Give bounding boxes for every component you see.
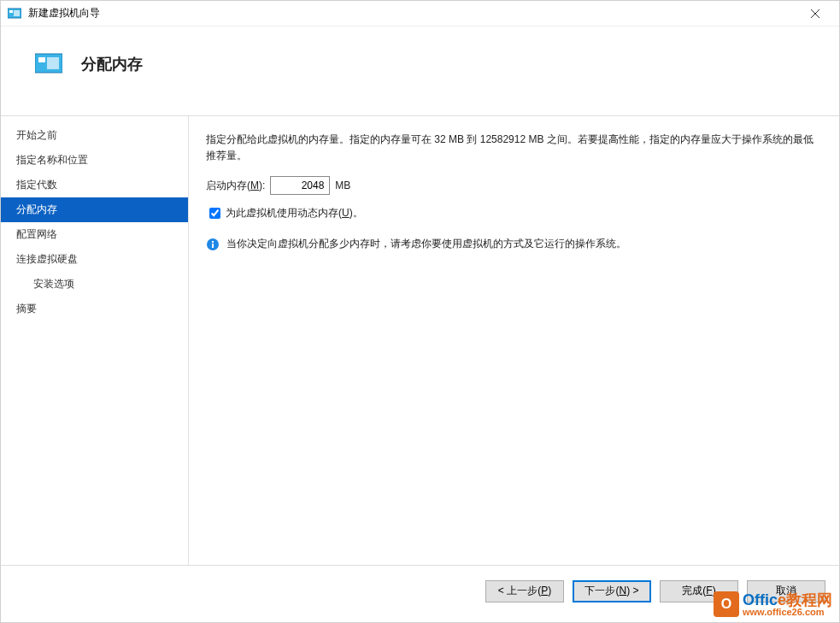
memory-unit: MB [335, 178, 350, 194]
hyper-v-icon [8, 7, 21, 21]
info-icon [206, 238, 220, 251]
watermark-icon: O [714, 591, 739, 617]
svg-rect-7 [47, 57, 59, 69]
dynamic-memory-checkbox[interactable] [209, 208, 220, 219]
memory-description: 指定分配给此虚拟机的内存量。指定的内存量可在 32 MB 到 12582912 … [206, 132, 817, 164]
wizard-steps-sidebar: 开始之前指定名称和位置指定代数分配内存配置网络连接虚拟硬盘安装选项摘要 [1, 116, 189, 565]
page-title: 分配内存 [81, 50, 143, 74]
info-row: 当你决定向虚拟机分配多少内存时，请考虑你要使用虚拟机的方式及它运行的操作系统。 [206, 236, 817, 252]
watermark-text: Office教程网 www.office26.com [743, 592, 832, 617]
info-text: 当你决定向虚拟机分配多少内存时，请考虑你要使用虚拟机的方式及它运行的操作系统。 [226, 236, 626, 252]
wizard-step[interactable]: 配置网络 [1, 222, 188, 247]
next-button[interactable]: 下一步(N) > [573, 580, 651, 602]
previous-button[interactable]: < 上一步(P) [485, 580, 564, 602]
dynamic-memory-row: 为此虚拟机使用动态内存(U)。 [206, 205, 817, 221]
mem-min-value: 32 MB [434, 133, 464, 145]
hyper-v-icon-large [35, 50, 62, 78]
svg-rect-6 [38, 57, 45, 62]
desc-text: 指定分配给此虚拟机的内存量。指定的内存量可在 [206, 133, 434, 145]
mem-max-value: 12582912 MB [480, 133, 544, 145]
startup-memory-label: 启动内存(M): [206, 178, 265, 194]
watermark: O Office教程网 www.office26.com [714, 591, 832, 617]
startup-memory-input[interactable] [270, 176, 330, 195]
wizard-step[interactable]: 摘要 [1, 297, 188, 321]
close-icon [811, 9, 819, 18]
wizard-body: 开始之前指定名称和位置指定代数分配内存配置网络连接虚拟硬盘安装选项摘要 指定分配… [1, 116, 839, 565]
wizard-step[interactable]: 分配内存 [1, 197, 188, 222]
svg-rect-10 [212, 241, 214, 243]
wizard-header: 分配内存 [1, 26, 839, 116]
svg-rect-1 [9, 10, 13, 13]
wizard-step[interactable]: 开始之前 [1, 123, 188, 148]
svg-rect-9 [212, 244, 214, 248]
wizard-step[interactable]: 安装选项 [1, 272, 188, 297]
dynamic-memory-label[interactable]: 为此虚拟机使用动态内存(U)。 [226, 205, 363, 221]
close-button[interactable] [798, 2, 832, 26]
window-title: 新建虚拟机向导 [28, 6, 798, 21]
desc-text: 到 [464, 133, 480, 145]
wizard-content: 指定分配给此虚拟机的内存量。指定的内存量可在 32 MB 到 12582912 … [189, 116, 839, 565]
wizard-step[interactable]: 指定名称和位置 [1, 148, 188, 173]
wizard-step[interactable]: 指定代数 [1, 173, 188, 197]
titlebar: 新建虚拟机向导 [1, 1, 839, 26]
startup-memory-row: 启动内存(M): MB [206, 176, 817, 195]
svg-rect-2 [14, 10, 20, 16]
wizard-step[interactable]: 连接虚拟硬盘 [1, 247, 188, 272]
